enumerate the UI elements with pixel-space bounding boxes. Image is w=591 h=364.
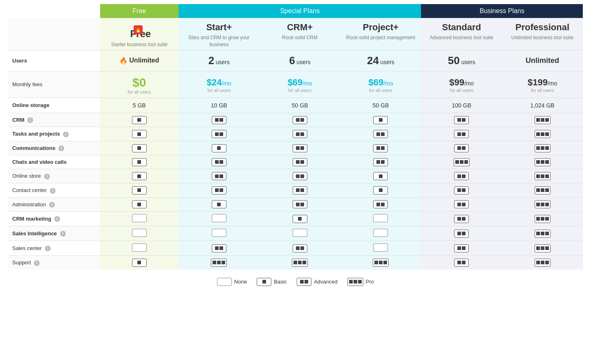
standard-sales-intel bbox=[421, 226, 502, 241]
users-row: Users 🔥 Unlimited 2 users 6 users 24 bbox=[8, 50, 583, 71]
free-plan-header: 🔥 Free Starter business tool suite bbox=[100, 18, 179, 50]
legend-pro-label: Pro bbox=[366, 279, 374, 285]
standard-sales-center bbox=[421, 241, 502, 256]
standard-storage: 100 GB bbox=[421, 98, 502, 113]
crm-sales-intel bbox=[260, 226, 340, 241]
standard-users: 50 users bbox=[421, 50, 502, 71]
project-sales-intel bbox=[340, 226, 421, 241]
free-comms bbox=[100, 141, 179, 155]
project-contact bbox=[340, 183, 421, 198]
start-admin bbox=[179, 197, 260, 212]
crm-crm-mkt bbox=[260, 212, 340, 226]
professional-sales-intel bbox=[502, 226, 583, 241]
project-crm bbox=[340, 113, 421, 127]
sales-center-row: Sales center i bbox=[8, 241, 583, 256]
legend-none: None bbox=[217, 278, 247, 286]
crm-comms bbox=[260, 141, 340, 155]
users-label: Users bbox=[8, 50, 100, 71]
store-info-icon[interactable]: i bbox=[44, 174, 50, 179]
project-plan-header: Project+ Rock-solid project management bbox=[340, 18, 421, 50]
legend-none-icon bbox=[217, 278, 232, 286]
professional-chats bbox=[502, 155, 583, 169]
standard-tasks bbox=[421, 127, 502, 141]
standard-plan-desc: Advanced business tool suite bbox=[423, 34, 499, 41]
sales-center-info-icon[interactable]: i bbox=[45, 246, 51, 251]
project-crm-mkt bbox=[340, 212, 421, 226]
pricing-page: Free Special Plans Business Plans 🔥 Free bbox=[0, 0, 591, 364]
sales-intel-row: Sales Intelligence i bbox=[8, 226, 583, 241]
professional-support bbox=[502, 256, 583, 270]
standard-chats bbox=[421, 155, 502, 169]
standard-crm bbox=[421, 113, 502, 127]
professional-comms bbox=[502, 141, 583, 155]
contact-info-icon[interactable]: i bbox=[50, 188, 56, 194]
business-group-header: Business Plans bbox=[421, 4, 583, 18]
professional-plan-name: Professional bbox=[504, 22, 580, 33]
admin-info-icon[interactable]: i bbox=[49, 202, 55, 208]
comms-info-icon[interactable]: i bbox=[58, 145, 64, 151]
free-admin bbox=[100, 197, 179, 212]
legend-advanced-label: Advanced bbox=[314, 279, 338, 285]
start-crm-mkt bbox=[179, 212, 260, 226]
standard-support bbox=[421, 256, 502, 270]
free-users: 🔥 Unlimited bbox=[100, 50, 179, 71]
free-store bbox=[100, 169, 179, 183]
start-plan-name: Start+ bbox=[181, 22, 257, 33]
admin-feature-label: Administration i bbox=[8, 197, 100, 212]
legend-advanced-icon bbox=[297, 278, 311, 286]
legend: None Basic Advanced Pro bbox=[8, 270, 583, 290]
project-support bbox=[340, 256, 421, 270]
crm-support bbox=[260, 256, 340, 270]
support-feature-label: Support i bbox=[8, 256, 100, 270]
sales-intel-info-icon[interactable]: i bbox=[60, 231, 66, 237]
start-tasks bbox=[179, 127, 260, 141]
business-group-label: Business Plans bbox=[421, 4, 583, 18]
free-fee: $0 for all users bbox=[100, 71, 179, 98]
crm-sales-center bbox=[260, 241, 340, 256]
legend-advanced: Advanced bbox=[297, 278, 338, 286]
professional-users: Unlimited bbox=[502, 50, 583, 71]
free-sales-center bbox=[100, 241, 179, 256]
standard-contact bbox=[421, 183, 502, 198]
support-row: Support i bbox=[8, 256, 583, 270]
project-store bbox=[340, 169, 421, 183]
professional-fee: $199/mo for all users bbox=[502, 71, 583, 98]
start-users: 2 users bbox=[179, 50, 260, 71]
support-info-icon[interactable]: i bbox=[34, 260, 40, 266]
crm-mkt-info-icon[interactable]: i bbox=[54, 216, 60, 222]
contact-row: Contact center i bbox=[8, 183, 583, 198]
crm-info-icon[interactable]: i bbox=[27, 117, 33, 123]
chats-row: Chats and video calls bbox=[8, 155, 583, 169]
professional-sales-center bbox=[502, 241, 583, 256]
professional-plan-header: Professional Unlimited business tool sui… bbox=[502, 18, 583, 50]
start-fee: $24/mo for all users bbox=[179, 71, 260, 98]
start-storage: 10 GB bbox=[179, 98, 260, 113]
tasks-info-icon[interactable]: i bbox=[63, 132, 69, 137]
start-sales-intel bbox=[179, 226, 260, 241]
free-crm-mkt bbox=[100, 212, 179, 226]
admin-row: Administration i bbox=[8, 197, 583, 212]
crm-storage: 50 GB bbox=[260, 98, 340, 113]
free-group-header: Free bbox=[100, 4, 179, 18]
crm-admin bbox=[260, 197, 340, 212]
professional-contact bbox=[502, 183, 583, 198]
standard-store bbox=[421, 169, 502, 183]
standard-comms bbox=[421, 141, 502, 155]
standard-crm-mkt bbox=[421, 212, 502, 226]
crm-crm bbox=[260, 113, 340, 127]
comms-row: Communications i bbox=[8, 141, 583, 155]
legend-basic: Basic bbox=[257, 278, 287, 286]
project-plan-name: Project+ bbox=[343, 22, 419, 33]
pricing-table: Free Special Plans Business Plans 🔥 Free bbox=[8, 4, 583, 270]
free-storage: 5 GB bbox=[100, 98, 179, 113]
crm-chats bbox=[260, 155, 340, 169]
standard-plan-header: Standard Advanced business tool suite bbox=[421, 18, 502, 50]
professional-tasks bbox=[502, 127, 583, 141]
free-contact bbox=[100, 183, 179, 198]
crm-fee: $69/mo for all users bbox=[260, 71, 340, 98]
contact-feature-label: Contact center i bbox=[8, 183, 100, 198]
fees-label: Monthly fees bbox=[8, 71, 100, 98]
start-plan-desc: Sites and CRM to grow your business bbox=[181, 34, 257, 48]
plan-name-row: 🔥 Free Starter business tool suite Start… bbox=[8, 18, 583, 50]
standard-plan-name: Standard bbox=[423, 22, 499, 33]
